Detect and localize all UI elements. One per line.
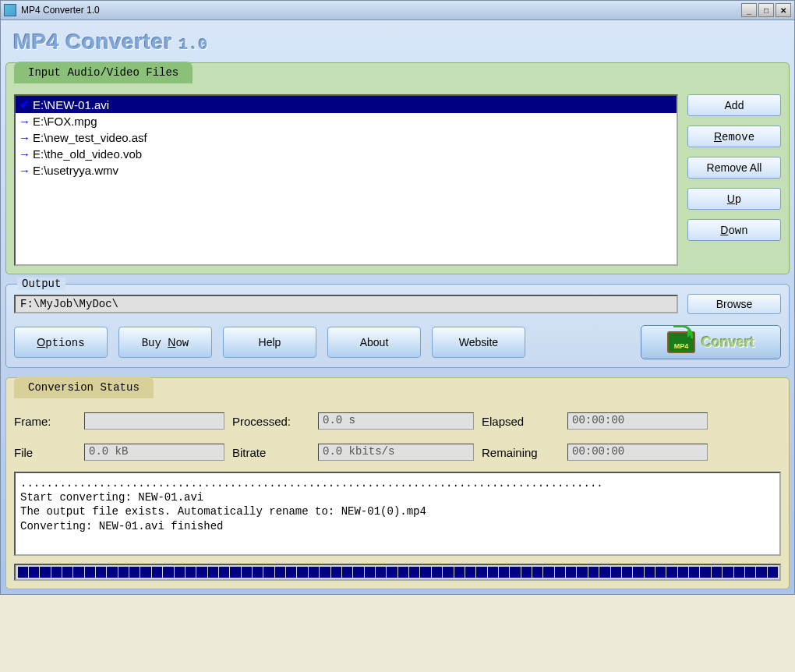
arrow-icon: → (19, 147, 30, 161)
file-value: 0.0 kB (84, 444, 224, 461)
file-item[interactable]: →E:\the_old_video.vob (16, 146, 677, 162)
add-button[interactable]: Add (687, 94, 781, 116)
file-item[interactable]: ✔E:\NEW-01.avi (16, 96, 677, 113)
app-icon (4, 4, 16, 16)
file-path: E:\usetryya.wmv (33, 164, 118, 177)
progress-bar (14, 564, 781, 581)
processed-value: 0.0 s (318, 412, 474, 430)
help-button[interactable]: Help (223, 327, 316, 358)
file-item[interactable]: →E:\FOX.mpg (16, 113, 677, 129)
file-path: E:\the_old_video.vob (33, 147, 142, 161)
down-button[interactable]: Down (687, 219, 781, 241)
arrow-icon: → (19, 131, 30, 144)
titlebar: MP4 Converter 1.0 _ □ ✕ (0, 0, 795, 20)
file-item[interactable]: →E:\usetryya.wmv (16, 162, 677, 179)
app-title: MP4 Converter 1.0 (5, 25, 790, 59)
main-window: MP4 Converter 1.0 Input Audio/Video File… (0, 20, 795, 595)
file-item[interactable]: →E:\new_test_video.asf (16, 129, 677, 146)
processed-label: Processed: (232, 415, 310, 428)
website-button[interactable]: Website (432, 327, 525, 358)
elapsed-value: 00:00:00 (567, 412, 708, 430)
maximize-button[interactable]: □ (758, 3, 774, 17)
conversion-log[interactable]: ........................................… (14, 472, 781, 556)
window-title: MP4 Converter 1.0 (21, 5, 741, 16)
up-button[interactable]: Up (687, 188, 781, 210)
file-path: E:\FOX.mpg (33, 115, 97, 128)
status-section: Conversion Status Frame: Processed: 0.0 … (5, 377, 790, 589)
output-label: Output (17, 278, 65, 290)
mp4-icon: MP4 (667, 331, 695, 353)
output-section: Output Browse Options Buy Now Help About… (5, 284, 790, 368)
remaining-value: 00:00:00 (567, 444, 708, 461)
convert-label: Convert (701, 334, 754, 351)
close-button[interactable]: ✕ (776, 3, 791, 17)
frame-value (84, 412, 224, 430)
action-buttons: Options Buy Now Help About Website MP4 C… (14, 325, 781, 359)
remove-all-button[interactable]: Remove All (687, 157, 781, 179)
file-path: E:\new_test_video.asf (33, 131, 147, 144)
remaining-label: Remaining (482, 446, 560, 459)
output-path-input[interactable] (14, 295, 678, 313)
convert-button[interactable]: MP4 Convert (641, 325, 781, 359)
bitrate-label: Bitrate (232, 446, 310, 459)
bitrate-value: 0.0 kbits/s (318, 444, 474, 461)
remove-button[interactable]: Remove (687, 126, 781, 147)
browse-button[interactable]: Browse (687, 294, 781, 314)
check-icon: ✔ (19, 97, 30, 111)
arrow-icon: → (19, 115, 30, 128)
elapsed-label: Elapsed (482, 415, 560, 428)
about-button[interactable]: About (327, 327, 421, 358)
status-tab-label: Conversion Status (14, 377, 154, 398)
frame-label: Frame: (14, 415, 76, 428)
window-controls: _ □ ✕ (741, 3, 791, 17)
buy-now-button[interactable]: Buy Now (118, 327, 212, 358)
options-button[interactable]: Options (14, 327, 108, 358)
file-list[interactable]: ✔E:\NEW-01.avi→E:\FOX.mpg→E:\new_test_vi… (14, 94, 678, 266)
file-buttons: Add Remove Remove All Up Down (687, 94, 781, 266)
input-section: Input Audio/Video Files ✔E:\NEW-01.avi→E… (5, 62, 790, 274)
minimize-button[interactable]: _ (741, 3, 757, 17)
input-tab-label: Input Audio/Video Files (14, 62, 193, 83)
file-label: File (14, 446, 76, 459)
file-path: E:\NEW-01.avi (33, 98, 109, 111)
arrow-icon: → (19, 164, 30, 177)
